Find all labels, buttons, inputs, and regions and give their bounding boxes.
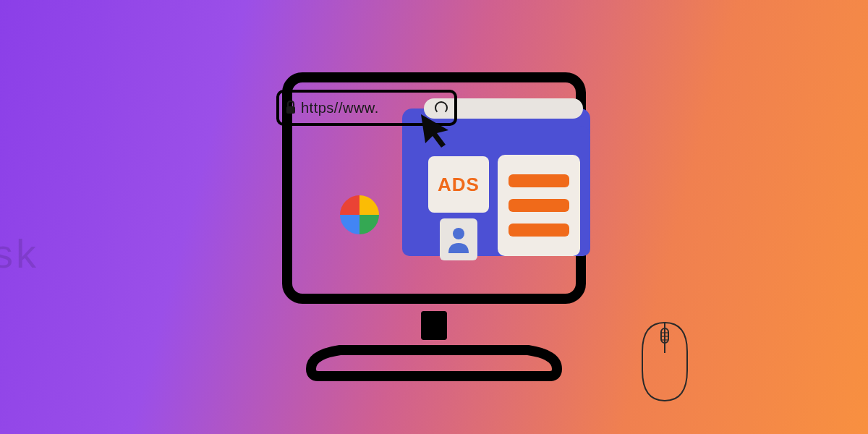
menu-bar-3 — [509, 224, 569, 237]
ads-card[interactable]: ADS — [428, 156, 489, 213]
monitor-base — [304, 340, 564, 383]
svg-point-1 — [453, 228, 464, 239]
illustration-stage: sk https//www. ADS — [0, 0, 868, 434]
menu-bar-2 — [509, 199, 569, 212]
menu-bar-1 — [509, 174, 569, 187]
avatar-card[interactable] — [440, 218, 477, 260]
svg-rect-0 — [286, 106, 295, 114]
mouse-icon — [632, 318, 697, 405]
monitor-neck — [421, 311, 447, 340]
cursor-icon — [415, 109, 459, 152]
url-text: https//www. — [301, 100, 379, 116]
menu-card[interactable] — [498, 155, 580, 256]
lock-icon — [285, 101, 297, 115]
ads-label: ADS — [438, 174, 480, 196]
person-icon — [446, 226, 471, 253]
watermark-text: sk — [0, 230, 39, 277]
pinwheel-icon — [334, 190, 385, 240]
